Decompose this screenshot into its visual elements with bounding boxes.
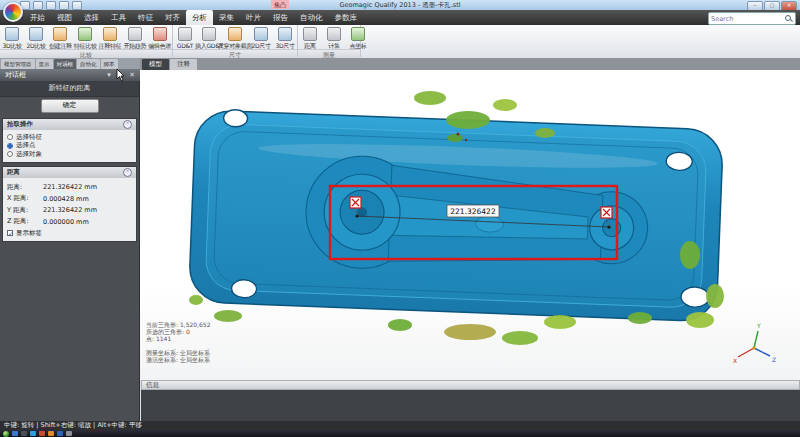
calculate-icon [327, 27, 341, 41]
insert-gdt-icon [202, 27, 216, 41]
pane-tab-script[interactable]: 脚本 [101, 59, 118, 69]
dimension-3d-button[interactable]: 3D尺寸 [273, 26, 297, 52]
search-box[interactable] [708, 12, 796, 25]
mouse-cursor [116, 69, 125, 82]
info-pane: 信息 [141, 380, 800, 421]
radio-selected-icon[interactable] [7, 143, 13, 149]
collapse-icon[interactable]: ⌃ [123, 168, 132, 177]
taskbar-app-icon[interactable] [57, 431, 63, 436]
model-canvas: 221.326422 X Y Z [140, 70, 800, 380]
collapse-icon[interactable]: ⌃ [123, 120, 132, 129]
ok-button[interactable]: 确定 [41, 99, 99, 113]
info-pane-body [141, 390, 800, 421]
ribbon: 3D比较 2D比较 创建注释 特征比较 注释特征 开始趋势 编辑色谱 比较 GD… [0, 25, 800, 59]
radio-icon[interactable] [7, 134, 13, 140]
annotate-features-icon [103, 27, 117, 41]
tab-capture[interactable]: 采集 [213, 10, 240, 25]
viewport-tab-model[interactable]: 模型 [142, 59, 169, 70]
tab-report[interactable]: 报告 [267, 10, 294, 25]
compare-features-icon [78, 27, 92, 41]
point-coordinates-button[interactable]: 点坐标 [346, 26, 370, 52]
application-window: 焦凸 Geomagic Qualify 2013 - 透墨-卡孔.stl – ▢… [0, 0, 800, 437]
tab-analysis[interactable]: 分析 [186, 10, 213, 25]
taskbar-app-icon[interactable] [30, 431, 36, 436]
show-label-checkbox[interactable]: ✓ 显示标签 [7, 229, 132, 238]
distance-x-row: X 距离: 0.000428 mm [7, 194, 132, 203]
svg-text:X: X [733, 357, 737, 364]
distance-button[interactable]: 距离 [298, 26, 322, 52]
compare-3d-icon [5, 27, 19, 41]
taskbar-app-icon[interactable] [66, 431, 72, 436]
radio-select-point[interactable]: 选择点 [7, 142, 132, 149]
annotate-features-button[interactable]: 注释特征 [98, 26, 123, 52]
dialog-panel: 新特征的距离 确定 拾取操作 ⌃ 选择特征 选择点 选择对象 [0, 81, 140, 421]
radio-select-object[interactable]: 选择对象 [7, 151, 132, 158]
viewport-tab-annotation[interactable]: 注释 [170, 59, 197, 70]
search-input[interactable] [709, 14, 785, 23]
create-annotation-icon [53, 27, 67, 41]
begin-trend-icon [128, 27, 142, 41]
edit-spectrum-button[interactable]: 编辑色谱 [147, 26, 172, 52]
through-object-section-button[interactable]: 贯穿对象截面 [221, 26, 249, 52]
begin-trend-button[interactable]: 开始趋势 [122, 26, 147, 52]
compare-3d-button[interactable]: 3D比较 [0, 26, 24, 52]
distance-y-row: Y 距离: 221.326422 mm [7, 206, 132, 215]
search-icon [785, 15, 792, 22]
tab-features[interactable]: 特征 [132, 10, 159, 25]
geomagic-logo-icon[interactable] [3, 2, 23, 22]
viewport-3d[interactable]: 221.326422 X Y Z [140, 70, 800, 380]
create-annotation-button[interactable]: 创建注释 [48, 26, 73, 52]
measurement-label: 221.326422 [447, 205, 499, 217]
radio-icon[interactable] [7, 151, 13, 157]
coordinate-system-info: 测量坐标系: 全局坐标系 激活坐标系: 全局坐标系 [146, 349, 210, 363]
taskbar-app-icon[interactable] [12, 431, 18, 436]
svg-text:Z: Z [772, 356, 776, 363]
distance-section: 距离 ⌃ 距离: 221.326422 mm X 距离: 0.000428 mm… [2, 166, 137, 242]
info-pane-title[interactable]: 信息 [141, 380, 800, 390]
viewport-tab-bar: 模型 注释 [140, 58, 800, 70]
calculate-button[interactable]: 计算 [322, 26, 346, 52]
svg-text:Y: Y [756, 322, 761, 329]
taskbar-app-icon[interactable] [21, 431, 27, 436]
tab-align[interactable]: 对齐 [159, 10, 186, 25]
pane-tab-model-manager[interactable]: 模型管理器 [1, 59, 35, 69]
tab-select[interactable]: 选择 [78, 10, 105, 25]
start-button-icon[interactable] [3, 431, 9, 437]
side-pane-tabs: 模型管理器 显示 对话框 自动化 脚本 [0, 58, 140, 69]
distance-z-row: Z 距离: 0.000000 mm [7, 217, 132, 226]
coordinate-triad: X Y Z [733, 322, 776, 364]
distance-icon [303, 27, 317, 41]
pane-tab-dialog[interactable]: 对话框 [54, 59, 77, 69]
distance-row: 距离: 221.326422 mm [7, 183, 132, 192]
taskbar-app-icon[interactable] [48, 431, 54, 436]
dimension-3d-icon [278, 27, 292, 41]
ribbon-tab-bar: 开始 视图 选择 工具 特征 对齐 分析 采集 叶片 报告 自动化 参数库 [0, 10, 800, 25]
compare-features-button[interactable]: 特征比较 [73, 26, 98, 52]
windows-taskbar [0, 430, 800, 437]
taskbar-app-icon[interactable] [39, 431, 45, 436]
pane-tab-display[interactable]: 显示 [36, 59, 53, 69]
point-coordinates-icon [351, 27, 365, 41]
tab-view[interactable]: 视图 [51, 10, 78, 25]
tab-tools[interactable]: 工具 [105, 10, 132, 25]
distance-section-title: 距离 [7, 168, 20, 177]
radio-select-feature[interactable]: 选择特征 [7, 134, 132, 141]
compare-2d-icon [29, 27, 43, 41]
checkbox-checked-icon[interactable]: ✓ [7, 230, 13, 236]
ribbon-group-dimension: GD&T 插入GD&T 贯穿对象截面 2D尺寸 3D尺寸 尺寸 [173, 25, 298, 57]
edit-spectrum-icon [153, 27, 167, 41]
window-title: Geomagic Qualify 2013 - 透墨-卡孔.stl [0, 1, 800, 10]
tab-automation[interactable]: 自动化 [294, 10, 329, 25]
tab-home[interactable]: 开始 [24, 10, 51, 25]
dimension-2d-button[interactable]: 2D尺寸 [249, 26, 273, 52]
dialog-message: 新特征的距离 [0, 81, 139, 97]
tab-blade[interactable]: 叶片 [240, 10, 267, 25]
dimension-2d-icon [254, 27, 268, 41]
svg-text:221.326422: 221.326422 [450, 207, 496, 216]
gdt-button[interactable]: GD&T [173, 26, 197, 50]
ribbon-group-measure: 距离 计算 点坐标 测量 [298, 25, 361, 57]
pane-tab-automation[interactable]: 自动化 [77, 59, 100, 69]
compare-2d-button[interactable]: 2D比较 [24, 26, 48, 52]
tab-library[interactable]: 参数库 [329, 10, 364, 25]
gdt-icon [178, 27, 192, 41]
